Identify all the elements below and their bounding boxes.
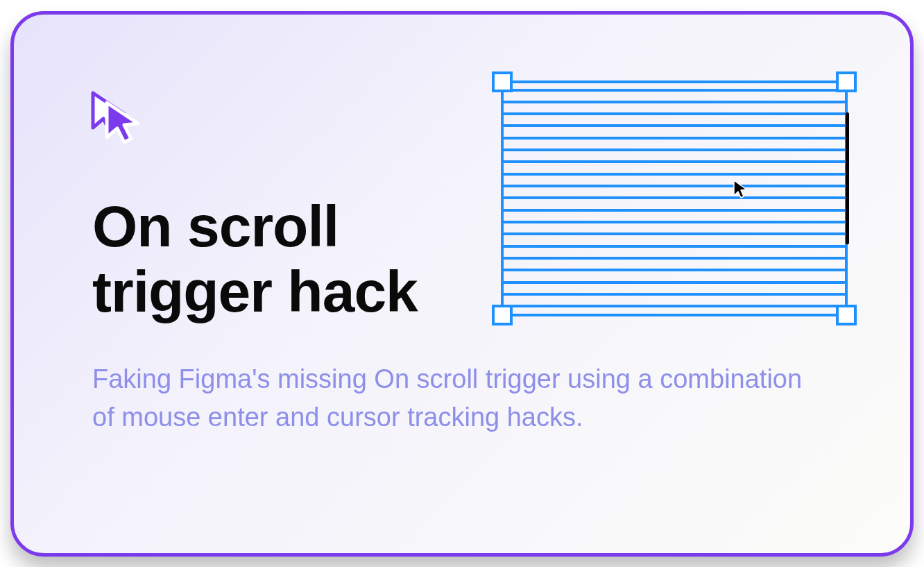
- selection-frame: [501, 81, 848, 316]
- tutorial-card[interactable]: On scroll trigger hack Faking Figma's mi…: [10, 11, 914, 557]
- horizontal-lines: [504, 83, 845, 314]
- card-title: On scroll trigger hack: [92, 194, 418, 324]
- card-subtitle: Faking Figma's missing On scroll trigger…: [92, 360, 828, 437]
- selection-handle-br: [836, 305, 857, 325]
- scrollbar-indicator: [846, 112, 849, 244]
- selection-handle-tr: [836, 71, 857, 92]
- cursor-icon: [733, 179, 749, 198]
- selection-handle-bl: [492, 305, 513, 325]
- selection-handle-tl: [492, 71, 513, 92]
- selection-frame-figure: [487, 67, 862, 330]
- title-line-1: On scroll: [92, 194, 339, 259]
- title-line-2: trigger hack: [92, 259, 418, 324]
- double-cursor-icon: [85, 90, 146, 145]
